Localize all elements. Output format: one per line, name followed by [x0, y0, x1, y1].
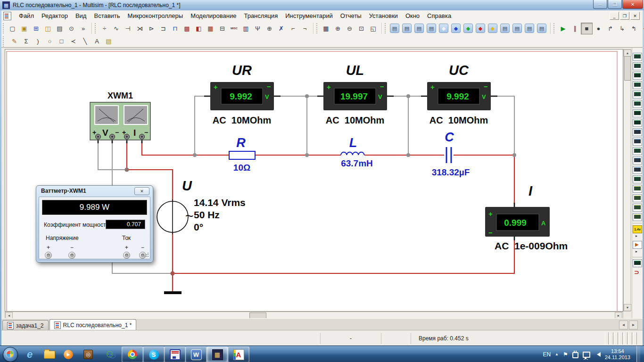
spreadsheet-view-button[interactable]: ▤ — [425, 23, 438, 34]
rectangle-tool-button[interactable]: □ — [56, 35, 67, 47]
menu-item[interactable]: Отчеты — [337, 11, 365, 20]
inductor-l[interactable]: L 63.7mH — [341, 136, 373, 168]
probe-blue-button[interactable]: ◆ — [450, 23, 462, 34]
measurement-probe-icon[interactable]: 1.4v — [633, 225, 642, 233]
ground-symbol[interactable] — [164, 291, 182, 294]
menu-item[interactable]: Вставить — [90, 11, 124, 20]
voltage-plus-terminal[interactable] — [45, 252, 52, 259]
ammeter-i[interactable]: I + − 0.999 A AC 1e-009Ohm — [485, 183, 568, 251]
abbyy-taskbar-button[interactable]: A — [228, 346, 249, 362]
distortion-analyzer-icon[interactable] — [633, 156, 642, 165]
probe-green-button[interactable]: ◆ — [462, 23, 474, 34]
step-over-button[interactable]: ↳ — [616, 23, 628, 34]
toolbar-overflow-button[interactable]: » — [77, 23, 89, 34]
wattmeter-xwm1-component[interactable]: XWM1 + V − + I − — [90, 91, 150, 140]
agilent-function-generator-icon[interactable] — [633, 185, 642, 193]
show-desktop-button[interactable] — [636, 346, 640, 362]
hidden-icons-button[interactable]: ▲ — [555, 352, 559, 356]
oscilloscope-icon[interactable] — [633, 81, 642, 89]
mdi-close-button[interactable]: ✕ — [630, 12, 640, 20]
multimeter-icon[interactable] — [633, 53, 642, 61]
polyline-tool-button[interactable]: ≺ — [67, 35, 79, 47]
menu-item[interactable]: Вид — [72, 11, 91, 20]
menu-item[interactable]: Окно — [402, 11, 423, 20]
zoom-in-button[interactable]: ⊕ — [332, 23, 344, 34]
place-mcu-button[interactable]: ✗ — [275, 23, 287, 34]
menu-item[interactable]: Редактор — [38, 11, 72, 20]
place-analog-button[interactable]: ⊳ — [146, 23, 157, 34]
voltmeter-ul[interactable]: UL + − 19.997 V AC 10MOhm — [323, 63, 387, 125]
volume-icon[interactable] — [594, 352, 601, 357]
skype-taskbar-button[interactable]: S — [143, 346, 165, 362]
place-diode-button[interactable]: ⊣ — [122, 23, 134, 34]
pause-simulation-button[interactable]: ∥ — [569, 23, 581, 34]
menu-item[interactable]: Микроконтроллеры — [124, 11, 187, 20]
postprocessor-button[interactable]: ▤ — [413, 23, 425, 34]
zoom-out-button[interactable]: ⊖ — [344, 23, 355, 34]
network-analyzer-icon[interactable] — [633, 175, 642, 183]
save-button[interactable]: ◫ — [42, 23, 54, 34]
dialog-close-button[interactable]: ✕ — [134, 187, 149, 195]
probe-yellow-button[interactable]: ◆ — [487, 23, 499, 34]
open-file-button[interactable]: ▣ — [18, 23, 30, 34]
annotation-color-button[interactable]: ✎ — [8, 35, 20, 47]
bode-plotter-icon[interactable] — [633, 100, 642, 108]
agilent-multimeter-icon[interactable] — [633, 194, 642, 202]
step-out-button[interactable]: ↰ — [628, 23, 640, 34]
grapher-button[interactable]: ▤ — [388, 23, 401, 34]
multisim-app-icon[interactable]: ▦ — [2, 1, 10, 9]
place-mixed-button[interactable]: ◧ — [193, 23, 205, 34]
vertical-scroll-thumb[interactable] — [624, 56, 631, 81]
place-misc-button[interactable]: MISC — [228, 23, 240, 34]
word-generator-icon[interactable] — [633, 119, 642, 127]
voltmeter-uc[interactable]: UC + − 9.992 V AC 10MOhm — [427, 63, 491, 125]
voltmeter-ur[interactable]: UR + − 9.992 V AC 10MOhm — [210, 63, 274, 125]
current-plus-terminal[interactable] — [123, 252, 130, 259]
wattmeter-icon[interactable] — [633, 72, 642, 80]
variant-manager-button[interactable]: ▤ — [523, 23, 536, 34]
place-rf-button[interactable]: Ψ — [252, 23, 264, 34]
voltage-minus-terminal[interactable] — [68, 252, 75, 259]
stop-simulation-button[interactable]: ■ — [581, 23, 593, 34]
menu-item[interactable]: Установки — [365, 11, 402, 20]
clock[interactable]: 13:54 24.11.2013 — [605, 348, 630, 361]
menu-item[interactable]: Трансляция — [240, 11, 281, 20]
place-electromech-button[interactable]: ▥ — [240, 23, 252, 34]
fullscreen-button[interactable]: ▦ — [320, 23, 332, 34]
line-tool-button[interactable]: ╲ — [79, 35, 91, 47]
new-file-button[interactable]: ▢ — [7, 23, 18, 34]
run-simulation-button[interactable]: ▶ — [557, 23, 569, 34]
labview-dropdown-arrow[interactable]: ▸ — [633, 250, 642, 255]
labview-instrument-icon[interactable]: ▶ — [633, 241, 642, 249]
close-button[interactable]: ✕ — [622, 0, 643, 9]
agilent-oscilloscope-icon[interactable] — [633, 204, 642, 212]
breadboard-button[interactable]: ▤ — [536, 23, 548, 34]
comment-tool-button[interactable]: ▤ — [103, 35, 115, 47]
schematic-canvas[interactable]: XWM1 + V − + I − — [5, 49, 623, 312]
mdi-minimize-button[interactable]: _ — [610, 12, 619, 20]
ni-elvis-icon[interactable] — [633, 259, 642, 267]
ac-source-u[interactable]: U ~ 14.14 Vrms 50 Hz 0° — [157, 178, 246, 234]
network-icon[interactable] — [583, 352, 590, 358]
menu-item[interactable]: Справка — [423, 11, 455, 20]
analyses-button[interactable]: ▤ — [401, 23, 413, 34]
current-probe-icon[interactable]: ⊃ — [633, 269, 642, 277]
probe-white-button[interactable]: ◆ — [438, 23, 450, 34]
media-player-icon[interactable]: ▶ — [61, 348, 75, 361]
place-transistor-button[interactable]: ⋊ — [134, 23, 146, 34]
mdi-restore-button[interactable]: ❐ — [620, 12, 629, 20]
place-source-button[interactable]: ÷ — [99, 23, 110, 34]
vertical-scrollbar[interactable]: ▲ ▼ — [623, 49, 631, 312]
step-into-button[interactable]: ↱ — [604, 23, 616, 34]
disc-tool-icon[interactable]: ◎ — [81, 348, 95, 361]
zoom-fit-button[interactable]: ◱ — [367, 23, 379, 34]
tab-scroll-right-button[interactable]: ► — [629, 321, 638, 329]
text-tool-button[interactable]: A — [91, 35, 103, 47]
floppy-taskbar-button[interactable] — [164, 346, 186, 362]
chrome-taskbar-button[interactable] — [122, 346, 143, 362]
place-cmos-button[interactable]: ⊓ — [169, 23, 181, 34]
function-generator-icon[interactable] — [633, 62, 642, 70]
place-misc-digital-button[interactable]: ▩ — [181, 23, 193, 34]
dialog-resize-grip[interactable] — [144, 253, 149, 257]
resistor-r[interactable]: R 10Ω — [229, 136, 255, 173]
